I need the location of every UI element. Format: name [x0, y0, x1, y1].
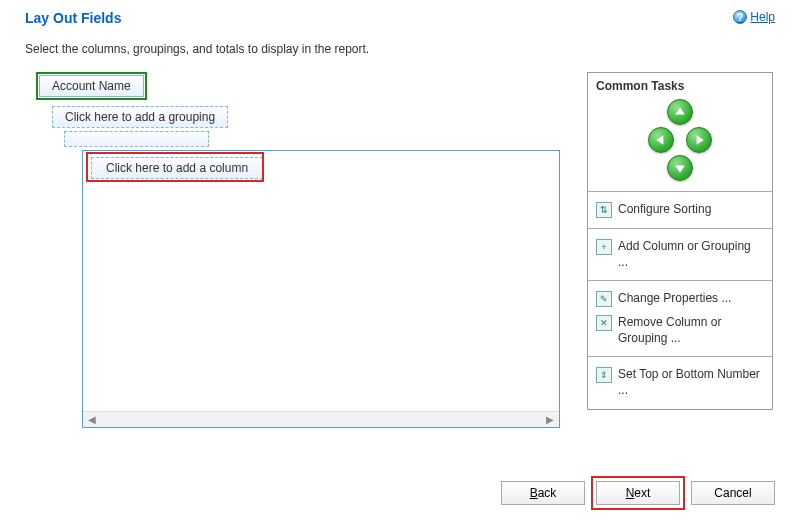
move-left-button[interactable]: [648, 127, 674, 153]
topn-icon: ⇕: [596, 367, 612, 383]
add-grouping-placeholder[interactable]: Click here to add a grouping: [52, 106, 228, 128]
move-up-button[interactable]: [667, 99, 693, 125]
move-right-button[interactable]: [686, 127, 712, 153]
task-label: Set Top or Bottom Number ...: [618, 367, 764, 398]
back-button[interactable]: Back: [501, 481, 585, 505]
next-button-highlight: Next: [591, 476, 685, 510]
task-set-top-bottom[interactable]: ⇕ Set Top or Bottom Number ...: [596, 363, 764, 402]
help-link[interactable]: ? Help: [733, 10, 775, 24]
group-account-name[interactable]: Account Name: [39, 75, 144, 97]
cancel-button[interactable]: Cancel: [691, 481, 775, 505]
remove-column-icon: ✕: [596, 315, 612, 331]
add-column-placeholder[interactable]: Click here to add a column: [91, 157, 263, 179]
primary-group-highlight: Account Name: [36, 72, 147, 100]
task-label: Configure Sorting: [618, 202, 711, 218]
task-change-properties[interactable]: ✎ Change Properties ...: [596, 287, 764, 311]
task-remove-column[interactable]: ✕ Remove Column or Grouping ...: [596, 311, 764, 350]
next-button[interactable]: Next: [596, 481, 680, 505]
help-label: Help: [750, 10, 775, 24]
task-add-column[interactable]: + Add Column or Grouping ...: [596, 235, 764, 274]
layout-designer: Account Name Click here to add a groupin…: [36, 72, 565, 428]
scroll-left-icon[interactable]: ◀: [85, 414, 99, 425]
wizard-footer: Back Next Cancel: [501, 476, 775, 510]
help-icon: ?: [733, 10, 747, 24]
task-label: Add Column or Grouping ...: [618, 239, 764, 270]
properties-icon: ✎: [596, 291, 612, 307]
common-tasks-panel: Common Tasks ⇅ Configure Sorting: [587, 72, 773, 410]
horizontal-scrollbar[interactable]: ◀ ▶: [83, 411, 559, 427]
empty-grouping-slot[interactable]: [64, 131, 209, 147]
sort-icon: ⇅: [596, 202, 612, 218]
page-subtitle: Select the columns, groupings, and total…: [0, 32, 793, 72]
add-column-icon: +: [596, 239, 612, 255]
move-down-button[interactable]: [667, 155, 693, 181]
page-title: Lay Out Fields: [25, 10, 121, 26]
move-controls: [596, 99, 764, 185]
task-configure-sorting[interactable]: ⇅ Configure Sorting: [596, 198, 764, 222]
common-tasks-title: Common Tasks: [596, 79, 764, 93]
report-body-area[interactable]: Click here to add a column ◀ ▶: [82, 150, 560, 428]
task-label: Remove Column or Grouping ...: [618, 315, 764, 346]
scroll-right-icon[interactable]: ▶: [543, 414, 557, 425]
task-label: Change Properties ...: [618, 291, 731, 307]
